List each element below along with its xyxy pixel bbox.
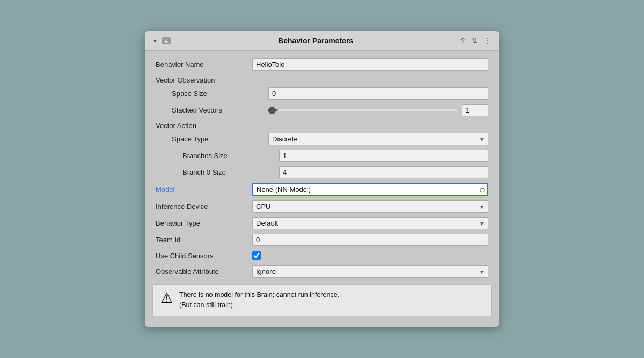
use-child-sensors-row: Use Child Sensors [145,248,499,263]
header-icons: ? ⇅ ⋮ [460,36,492,45]
behavior-parameters-panel: ▼ # Behavior Parameters ? ⇅ ⋮ Behavior N… [145,31,499,327]
branches-size-row: Branches Size [145,147,499,164]
behavior-type-select-wrapper: Default HeuristicOnly InferenceOnly ▼ [252,217,488,229]
stacked-vectors-label: Stacked Vectors [172,106,268,114]
model-label[interactable]: Model [156,185,252,193]
observable-attribute-label: Observable Attribute [156,267,252,275]
space-type-select-wrapper: Discrete Continuous ▼ [268,133,488,145]
behavior-name-input[interactable] [252,58,488,71]
behavior-name-row: Behavior Name [145,56,499,73]
inference-device-select[interactable]: CPU GPU [252,200,488,213]
team-id-label: Team Id [156,236,252,244]
stacked-vectors-value: 1 [462,104,488,116]
warning-box: ⚠ There is no model for this Brain; cann… [152,284,492,316]
stacked-vectors-slider[interactable] [268,109,457,111]
vector-observation-label: Vector Observation [145,73,499,85]
branches-size-input[interactable] [279,150,488,162]
warning-icon: ⚠ [160,291,173,305]
inference-device-label: Inference Device [156,203,252,211]
panel-title: Behavior Parameters [175,36,456,45]
behavior-name-label: Behavior Name [156,61,252,69]
model-input-wrapper: ⊙ [252,183,488,196]
behavior-type-label: Behavior Type [156,219,252,227]
space-type-select[interactable]: Discrete Continuous [268,133,488,145]
space-size-input[interactable] [268,87,488,100]
branch-0-size-label: Branch 0 Size [182,168,279,176]
observable-attribute-row: Observable Attribute Ignore Exclude Exam… [145,263,499,280]
hash-badge: # [162,37,171,44]
collapse-arrow-icon[interactable]: ▼ [152,38,158,44]
panel-body: Behavior Name Vector Observation Space S… [145,51,499,327]
space-type-label: Space Type [172,135,268,143]
warning-text-line1: There is no model for this Brain; cannot… [179,290,339,300]
inference-device-select-wrapper: CPU GPU ▼ [252,200,488,213]
target-icon[interactable]: ⊙ [479,185,485,193]
branches-size-label: Branches Size [182,152,279,160]
observable-attribute-select-wrapper: Ignore Exclude ExamineAll ▼ [252,265,488,278]
branch-0-size-row: Branch 0 Size [145,164,499,181]
help-icon[interactable]: ? [460,36,465,45]
use-child-sensors-label: Use Child Sensors [156,252,252,260]
inference-device-row: Inference Device CPU GPU ▼ [145,198,499,215]
model-input[interactable] [252,183,488,196]
panel-header: ▼ # Behavior Parameters ? ⇅ ⋮ [145,31,499,51]
space-size-label: Space Size [172,89,268,98]
branch-0-size-input[interactable] [279,166,488,178]
use-child-sensors-checkbox[interactable] [252,251,261,260]
behavior-type-row: Behavior Type Default HeuristicOnly Infe… [145,215,499,232]
model-row: Model ⊙ [145,181,499,198]
vector-action-label: Vector Action [145,118,499,131]
stacked-vectors-row: Stacked Vectors 1 [145,102,499,118]
space-size-row: Space Size [145,85,499,102]
stacked-vectors-slider-row: 1 [268,104,488,116]
warning-text-line2: (But can still train) [179,300,339,310]
more-icon[interactable]: ⋮ [484,36,492,45]
warning-text: There is no model for this Brain; cannot… [179,290,339,310]
sliders-icon[interactable]: ⇅ [471,36,478,45]
team-id-row: Team Id [145,232,499,248]
space-type-row: Space Type Discrete Continuous ▼ [145,131,499,147]
observable-attribute-select[interactable]: Ignore Exclude ExamineAll [252,265,488,278]
team-id-input[interactable] [252,234,488,246]
behavior-type-select[interactable]: Default HeuristicOnly InferenceOnly [252,217,488,229]
